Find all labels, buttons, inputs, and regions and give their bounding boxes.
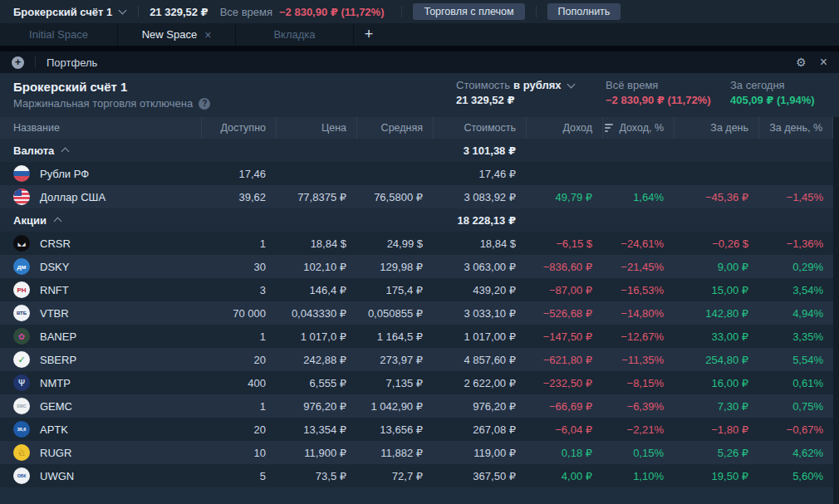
cell-за-день-%: −0,67%	[758, 423, 833, 436]
position-row-gemc[interactable]: ЕМСGEMC1976,20 ₽1 042,90 ₽976,20 ₽−66,69…	[0, 394, 839, 418]
ticker-label: NMTP	[40, 377, 71, 389]
cell-средняя: 1 042,90 ₽	[356, 400, 433, 413]
position-row-banep[interactable]: ✿BANEP11 017,0 ₽1 164,5 ₽1 017,00 ₽−147,…	[0, 325, 839, 348]
cell-стоимость: 1 017,00 ₽	[433, 330, 526, 343]
position-row-vtbr[interactable]: ВТБVTBR70 0000,043330 ₽0,050855 ₽3 033,1…	[0, 301, 839, 325]
cell-за-день-%: 4,62%	[758, 447, 833, 459]
position-row-доллар-сша[interactable]: Доллар США39,6277,8375 ₽76,5800 ₽3 083,9…	[0, 185, 839, 208]
ticker-label: BANEP	[40, 330, 76, 343]
ticker-label: APTK	[40, 423, 68, 436]
scrollbar-track[interactable]	[833, 117, 839, 504]
cell-за-день: −1,80 ₽	[674, 423, 758, 436]
tab-label: Вкладка	[273, 28, 315, 41]
cell-стоимость: 267,08 ₽	[433, 423, 526, 436]
cell-за-день: −0,26 $	[674, 237, 758, 250]
column-header-label: Доступно	[220, 122, 266, 134]
position-row-nmtp[interactable]: ΨNMTP4006,555 ₽7,135 ₽2 622,00 ₽−232,50 …	[0, 371, 839, 394]
position-row-crsr[interactable]: ◣◢CRSR118,84 $24,99 $18,84 $−6,15 $−24,6…	[0, 232, 839, 255]
cell-доход: 4,00 ₽	[526, 470, 602, 482]
separator-strip	[0, 46, 839, 51]
account-selector[interactable]: Брокерский счёт 1	[13, 6, 127, 18]
position-row-sberp[interactable]: ✓SBERP20242,88 ₽273,97 ₽4 857,60 ₽−621,8…	[0, 348, 839, 371]
chevron-up-icon[interactable]	[53, 218, 61, 226]
cell-стоимость: 3 083,92 ₽	[433, 191, 526, 203]
position-row-aptk[interactable]: 36,6APTK2013,354 ₽13,656 ₽267,08 ₽−6,04 …	[0, 418, 839, 441]
tab-close-icon[interactable]: ×	[204, 29, 211, 41]
cell-доход: 49,79 ₽	[526, 191, 602, 203]
position-row-рубли-рф[interactable]: Рубли РФ17,4617,46 ₽	[0, 162, 839, 185]
cell-доступно: 20	[201, 423, 276, 436]
group-row-валюта[interactable]: Валюта3 101,38 ₽	[0, 139, 839, 162]
account-selector-label: Брокерский счёт 1	[13, 6, 112, 18]
cell-доход-%: −8,15%	[602, 377, 674, 389]
cell-средняя: 24,99 $	[356, 237, 433, 250]
cell-за-день: 254,80 ₽	[674, 354, 758, 366]
position-row-rnft[interactable]: РНRNFT3146,4 ₽175,4 ₽439,20 ₽−87,00 ₽−16…	[0, 278, 839, 301]
column-header-цена[interactable]: Цена	[276, 117, 356, 139]
cell-за-день: 16,00 ₽	[674, 377, 758, 389]
chevron-up-icon[interactable]	[61, 148, 70, 156]
position-row-rugr[interactable]: ♘RUGR1011,900 ₽11,882 ₽119,00 ₽0,18 ₽0,1…	[0, 441, 839, 464]
deposit-button[interactable]: Пополнить	[547, 3, 621, 20]
cell-доход: −836,60 ₽	[526, 261, 602, 273]
cell-доход: −621,80 ₽	[526, 354, 602, 366]
column-header-стоимость[interactable]: Стоимость	[433, 117, 526, 139]
add-tab-button[interactable]: +	[354, 23, 384, 46]
cell-доступно: 3	[201, 284, 276, 296]
cell-доступно: 400	[201, 377, 276, 389]
portfolio-account-title: Брокерский счёт 1	[13, 79, 456, 95]
group-row-акции[interactable]: Акции18 228,13 ₽	[0, 208, 839, 232]
position-row-dsky[interactable]: дмDSKY30102,10 ₽129,98 ₽3 063,00 ₽−836,6…	[0, 255, 839, 278]
today-label: За сегодня	[730, 79, 826, 91]
tab-new-space[interactable]: New Space ×	[118, 23, 236, 46]
margin-trading-button[interactable]: Торговля с плечом	[413, 3, 524, 20]
cell-доход-%: −6,39%	[602, 400, 674, 413]
cell-за-день: 142,80 ₽	[674, 307, 758, 320]
tab-initial-space[interactable]: Initial Space	[0, 23, 118, 46]
close-icon[interactable]: ×	[820, 55, 827, 70]
group-name-cell: Валюта	[0, 144, 201, 157]
column-header-label: Цена	[321, 122, 346, 134]
cell-стоимость: 119,00 ₽	[433, 447, 526, 459]
column-header-label: Доход	[563, 122, 593, 134]
cell-средняя: 273,97 ₽	[356, 354, 433, 366]
value-currency-selector[interactable]: Стоимость в рублях	[456, 79, 606, 91]
column-header-label: Название	[13, 122, 60, 134]
gear-icon[interactable]: ⚙	[796, 56, 807, 69]
cell-доход-%: −14,80%	[602, 307, 674, 320]
alltime-change-value: −2 830,90 ₽ (11,72%)	[606, 94, 730, 106]
table-header: НазваниеДоступноЦенаСредняяСтоимостьДохо…	[0, 117, 839, 139]
cell-средняя: 7,135 ₽	[356, 377, 433, 389]
instrument-cell: РНRNFT	[0, 281, 201, 298]
tab-vkladka[interactable]: Вкладка	[236, 23, 354, 46]
cell-за-день-%: 0,61%	[758, 377, 833, 389]
workspace-tab-bar: Initial Space New Space × Вкладка +	[0, 23, 839, 46]
cell-доступно: 30	[201, 261, 276, 273]
position-row-uwgn[interactable]: ОВКUWGN573,5 ₽72,7 ₽367,50 ₽4,00 ₽1,10%1…	[0, 464, 839, 487]
chevron-down-icon	[567, 80, 576, 88]
cell-за-день-%: 5,60%	[758, 470, 833, 482]
column-header-доход[interactable]: Доход	[526, 117, 602, 139]
column-header-за-день-%[interactable]: За день, %	[758, 117, 833, 139]
instrument-cell: ♘RUGR	[0, 444, 201, 461]
column-header-label: За день, %	[769, 122, 822, 134]
add-widget-icon[interactable]: +	[12, 56, 24, 69]
logo-glyph: ВТБ	[17, 311, 27, 316]
column-header-средняя[interactable]: Средняя	[356, 117, 433, 139]
cell-доступно: 1	[201, 330, 276, 343]
cell-цена: 11,900 ₽	[276, 447, 356, 459]
help-icon[interactable]: ?	[199, 98, 210, 110]
cell-стоимость: 2 622,00 ₽	[433, 377, 526, 389]
column-header-доступно[interactable]: Доступно	[201, 117, 276, 139]
logo-glyph: ✿	[18, 332, 25, 341]
column-header-за-день[interactable]: За день	[674, 117, 758, 139]
logo-glyph: 36,6	[17, 427, 27, 432]
group-name-label: Акции	[13, 214, 61, 227]
ticker-label: GEMC	[40, 400, 72, 413]
column-header-доход-%[interactable]: Доход, %	[602, 117, 674, 139]
cell-за-день-%: 3,54%	[758, 284, 833, 296]
chevron-down-icon	[119, 7, 127, 15]
logo-glyph: ОВК	[17, 473, 27, 478]
cell-доход-%: −12,67%	[602, 330, 674, 343]
column-header-название[interactable]: Название	[0, 117, 201, 139]
